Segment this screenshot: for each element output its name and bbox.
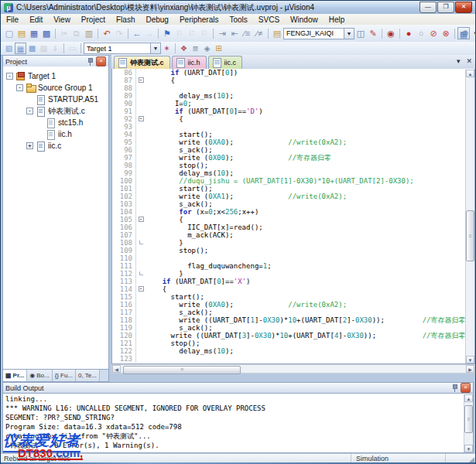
tree-item--c[interactable]: -钟表测试.c	[3, 105, 108, 117]
save-icon[interactable]: ▦	[28, 27, 40, 39]
breakpoint-enable-icon[interactable]: ○	[415, 27, 427, 39]
tree-item-stc15-h[interactable]: stc15.h	[3, 117, 108, 128]
editor-vertical-scrollbar[interactable]: ▲ ≡ ▼	[465, 70, 474, 363]
build-output-pin-icon[interactable]	[452, 384, 457, 392]
tab-books[interactable]: ◉Bo...	[27, 370, 52, 381]
editor-tab-钟表测试.c[interactable]: 钟表测试.c	[114, 56, 170, 69]
menu-debug[interactable]: Debug	[140, 15, 173, 24]
tree-item-startup-a51[interactable]: STARTUP.A51	[3, 94, 108, 105]
tree-expand-icon[interactable]: -	[6, 73, 13, 80]
build-target-icon[interactable]: ▦	[15, 43, 26, 54]
bookmark-toggle-icon[interactable]: ⚑	[161, 27, 173, 39]
nav-forward-icon[interactable]: →	[143, 27, 156, 39]
menu-file[interactable]: File	[1, 15, 24, 24]
fold-collapse-icon[interactable]: -	[139, 77, 144, 83]
file-extensions-icon[interactable]: ❖	[178, 43, 190, 54]
tree-item-source-group-1[interactable]: -Source Group 1	[3, 82, 108, 94]
editor-hscroll-thumb[interactable]: ≡	[123, 366, 241, 374]
scroll-right-icon[interactable]: ▶	[466, 365, 474, 373]
kill-all-breakpoints-icon[interactable]: ⊗	[440, 27, 452, 39]
load-icon[interactable]: ▭	[67, 43, 78, 54]
new-file-icon[interactable]: ▢	[3, 27, 15, 39]
menu-edit[interactable]: Edit	[24, 15, 48, 24]
menu-help[interactable]: Help	[324, 15, 351, 24]
save-all-icon[interactable]: ▩	[40, 27, 53, 39]
build-output-close-icon[interactable]: ×	[461, 383, 471, 393]
bo-scroll-down-icon[interactable]: ▼	[464, 445, 473, 452]
tab-functions[interactable]: {}Fu...	[53, 370, 76, 381]
close-button[interactable]: ✕	[455, 2, 472, 13]
tree-item-iic-c[interactable]: +iic.c	[3, 140, 108, 152]
copy-icon[interactable]: ⧉	[70, 27, 83, 39]
scroll-left-icon[interactable]: ◀	[112, 365, 121, 373]
bookmark-next-icon[interactable]: ⚐	[186, 27, 198, 39]
options-for-target-icon[interactable]: ✶	[161, 43, 173, 54]
indent-icon[interactable]: ⇥	[216, 27, 228, 39]
menu-peripherals[interactable]: Peripherals	[174, 15, 224, 24]
tab-project[interactable]: ▦Pr...	[3, 370, 27, 381]
nav-back-icon[interactable]: ←	[131, 27, 143, 39]
menu-flash[interactable]: Flash	[111, 15, 140, 24]
title-bar[interactable]: µ C:\Users\Administrator\Desktop\模块资料\yi…	[1, 1, 475, 14]
menu-tools[interactable]: Tools	[224, 15, 253, 24]
fold-collapse-icon[interactable]: -	[139, 286, 144, 292]
editor-horizontal-scrollbar[interactable]: ◀ ≡ ▶	[111, 364, 475, 374]
bo-scroll-up-icon[interactable]: ▲	[464, 394, 473, 402]
tree-expand-icon[interactable]: -	[26, 107, 33, 114]
project-close-icon[interactable]: ×	[96, 56, 106, 67]
editor-tab-iic.c[interactable]: iic.c	[208, 56, 243, 69]
batch-build-icon[interactable]: ▨	[38, 43, 50, 54]
bookmark-prev-icon[interactable]: ⚐	[173, 27, 186, 39]
code-area[interactable]: 86 if (UART_DAT[0])87- {8889 delay_ms(10…	[111, 69, 475, 364]
books-stack-icon[interactable]: ≣	[190, 43, 201, 54]
maximize-button[interactable]: ❐	[437, 2, 454, 13]
rebuild-all-icon[interactable]: ▩	[26, 43, 38, 54]
tree-item-iic-h[interactable]: iic.h	[3, 128, 108, 140]
dropdown-arrow-icon[interactable]: ▼	[344, 29, 354, 39]
configure-tools-icon[interactable]: ⚙	[459, 27, 471, 39]
menu-window[interactable]: Window	[285, 15, 324, 24]
tree-expand-icon[interactable]: -	[16, 84, 23, 91]
tree-expand-icon[interactable]: +	[26, 142, 33, 149]
minimize-button[interactable]: —	[419, 2, 437, 13]
manage-components-icon[interactable]: ◈	[201, 43, 213, 54]
tab-close-icon[interactable]: ✕	[466, 57, 472, 65]
editor-tab-iic.h[interactable]: iic.h	[172, 56, 207, 69]
outdent-icon[interactable]: ⇤	[228, 27, 241, 39]
pack-installer-icon[interactable]: ⊞	[213, 43, 224, 54]
paste-icon[interactable]: ▥	[83, 27, 95, 39]
fold-collapse-icon[interactable]: -	[139, 217, 144, 222]
bookmark-clear-icon[interactable]: ⚐	[198, 27, 211, 39]
scroll-up-icon[interactable]: ▲	[466, 70, 474, 77]
translate-file-icon[interactable]: ▧	[3, 43, 15, 54]
dropdown-arrow-icon[interactable]: ▼	[150, 43, 160, 53]
disable-all-breakpoints-icon[interactable]: ⊘	[427, 27, 440, 39]
tab-list-dropdown-icon[interactable]: ▾	[457, 57, 461, 65]
menu-project[interactable]: Project	[76, 15, 111, 24]
comment-icon[interactable]: ∕≡	[241, 27, 253, 39]
build-output-scrollbar[interactable]: ▲ ≡ ▼	[464, 394, 473, 452]
find-in-files-icon[interactable]: ◫	[354, 27, 367, 39]
tree-item-target-1[interactable]: -Target 1	[3, 70, 108, 82]
search-combo[interactable]: FENGJI_KAIQI▼	[283, 28, 354, 39]
project-tree[interactable]: -Target 1-Source Group 1STARTUP.A51-钟表测试…	[2, 67, 109, 370]
find-icon[interactable]: ◉	[385, 27, 397, 39]
fold-collapse-icon[interactable]: -	[139, 116, 144, 121]
cut-icon[interactable]: ✂	[58, 27, 70, 39]
run-to-line-icon[interactable]: ✎	[367, 27, 379, 39]
menu-svcs[interactable]: SVCS	[253, 15, 285, 24]
breakpoint-icon[interactable]: ●	[402, 27, 415, 39]
configure-flash-icon[interactable]: ▤	[271, 27, 283, 39]
scroll-down-icon[interactable]: ▼	[466, 356, 474, 363]
bo-vscroll-thumb[interactable]: ≡	[464, 405, 473, 433]
open-folder-icon[interactable]: ▤	[15, 27, 28, 39]
undo-icon[interactable]: ↶	[101, 27, 113, 39]
pin-icon[interactable]	[87, 58, 93, 66]
redo-icon[interactable]: ↷	[113, 27, 125, 39]
uncomment-icon[interactable]: ∕≠	[253, 27, 265, 39]
download-icon[interactable]: ⇓	[50, 43, 61, 54]
tab-templates[interactable]: 0,Te...	[76, 370, 100, 381]
editor-vscroll-thumb[interactable]: ≡	[466, 210, 474, 261]
target-combo[interactable]: Target 1▼	[84, 43, 161, 54]
menu-view[interactable]: View	[48, 15, 76, 24]
